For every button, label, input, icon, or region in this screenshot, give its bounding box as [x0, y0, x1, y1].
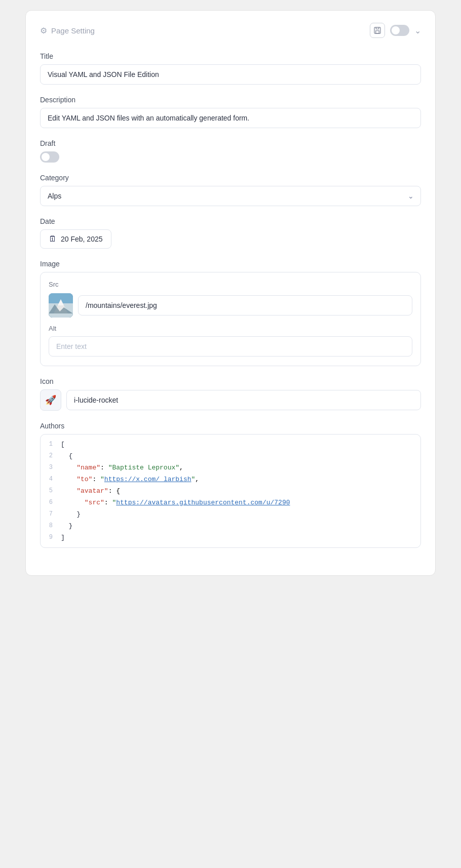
- description-field-group: Description: [40, 96, 421, 128]
- panel-title: Page Setting: [51, 26, 95, 35]
- chevron-down-icon[interactable]: ⌄: [414, 26, 421, 35]
- line-content-5: "avatar": {: [59, 485, 420, 497]
- line-content-9: ]: [59, 532, 420, 543]
- description-input[interactable]: [40, 108, 421, 128]
- line-content-1: [: [59, 439, 420, 450]
- line-content-2: {: [59, 450, 420, 462]
- line-content-7: }: [59, 508, 420, 520]
- toggle-knob: [392, 26, 400, 34]
- title-field-group: Title: [40, 52, 421, 85]
- image-section: Src: [40, 272, 421, 366]
- line-num-6: 6: [41, 497, 59, 508]
- code-line-8: 8 }: [41, 520, 420, 532]
- authors-field-group: Authors 1 [ 2 { 3 "name": "Baptiste Lepr…: [40, 422, 421, 548]
- line-num-9: 9: [41, 532, 59, 543]
- code-line-5: 5 "avatar": {: [41, 485, 420, 497]
- icon-label: Icon: [40, 377, 421, 385]
- line-content-3: "name": "Baptiste Leproux",: [59, 462, 420, 474]
- line-content-8: }: [59, 520, 420, 532]
- draft-field-group: Draft: [40, 139, 421, 163]
- line-num-8: 8: [41, 520, 59, 531]
- src-row: [49, 293, 412, 318]
- draft-label: Draft: [40, 139, 421, 147]
- date-picker-button[interactable]: 🗓 20 Feb, 2025: [40, 229, 111, 249]
- panel-header: ⚙ Page Setting ⌄: [40, 23, 421, 38]
- icon-input[interactable]: [66, 390, 421, 410]
- panel-header-left: ⚙ Page Setting: [40, 26, 95, 35]
- draft-toggle[interactable]: [40, 151, 59, 163]
- line-num-2: 2: [41, 450, 59, 461]
- category-select[interactable]: Alps Mountains Travel Nature: [40, 186, 421, 206]
- icon-preview-button[interactable]: 🚀: [40, 389, 61, 411]
- category-field-group: Category Alps Mountains Travel Nature ⌄: [40, 174, 421, 206]
- alt-label: Alt: [49, 325, 412, 332]
- category-select-wrapper: Alps Mountains Travel Nature ⌄: [40, 186, 421, 206]
- line-num-4: 4: [41, 474, 59, 485]
- line-num-5: 5: [41, 485, 59, 496]
- code-line-3: 3 "name": "Baptiste Leproux",: [41, 462, 420, 474]
- code-line-9: 9 ]: [41, 532, 420, 543]
- description-label: Description: [40, 96, 421, 104]
- src-label: Src: [49, 281, 412, 288]
- image-field-group: Image Src: [40, 260, 421, 366]
- title-label: Title: [40, 52, 421, 60]
- header-toggle[interactable]: [390, 25, 409, 36]
- icon-row: 🚀: [40, 389, 421, 411]
- draft-toggle-row: [40, 151, 421, 163]
- image-label: Image: [40, 260, 421, 268]
- code-line-7: 7 }: [41, 508, 420, 520]
- code-line-4: 4 "to": "https://x.com/_larbish",: [41, 474, 420, 485]
- rocket-icon: 🚀: [45, 394, 56, 406]
- image-alt-input[interactable]: [49, 336, 412, 357]
- date-label: Date: [40, 217, 421, 225]
- date-field-group: Date 🗓 20 Feb, 2025: [40, 217, 421, 249]
- line-num-7: 7: [41, 508, 59, 520]
- authors-label: Authors: [40, 422, 421, 430]
- line-content-6: "src": "https://avatars.githubuserconten…: [59, 497, 420, 508]
- gear-icon: ⚙: [40, 26, 47, 35]
- date-value: 20 Feb, 2025: [61, 235, 103, 243]
- panel-header-right: ⌄: [370, 23, 421, 38]
- line-num-3: 3: [41, 462, 59, 473]
- title-input[interactable]: [40, 64, 421, 85]
- image-thumbnail[interactable]: [49, 293, 73, 318]
- line-content-4: "to": "https://x.com/_larbish",: [59, 474, 420, 485]
- line-num-1: 1: [41, 439, 59, 450]
- calendar-icon: 🗓: [49, 234, 57, 244]
- draft-toggle-knob: [42, 153, 50, 161]
- category-label: Category: [40, 174, 421, 182]
- icon-field-group: Icon 🚀: [40, 377, 421, 411]
- code-line-1: 1 [: [41, 439, 420, 450]
- image-src-input[interactable]: [78, 295, 412, 315]
- code-line-6: 6 "src": "https://avatars.githubusercont…: [41, 497, 420, 508]
- code-line-2: 2 {: [41, 450, 420, 462]
- mountain-image: [49, 293, 73, 318]
- save-icon-button[interactable]: [370, 23, 385, 38]
- page-setting-panel: ⚙ Page Setting ⌄ Title Description: [25, 10, 436, 576]
- authors-code-editor[interactable]: 1 [ 2 { 3 "name": "Baptiste Leproux", 4 …: [40, 434, 421, 548]
- code-editor-inner: 1 [ 2 { 3 "name": "Baptiste Leproux", 4 …: [41, 435, 420, 547]
